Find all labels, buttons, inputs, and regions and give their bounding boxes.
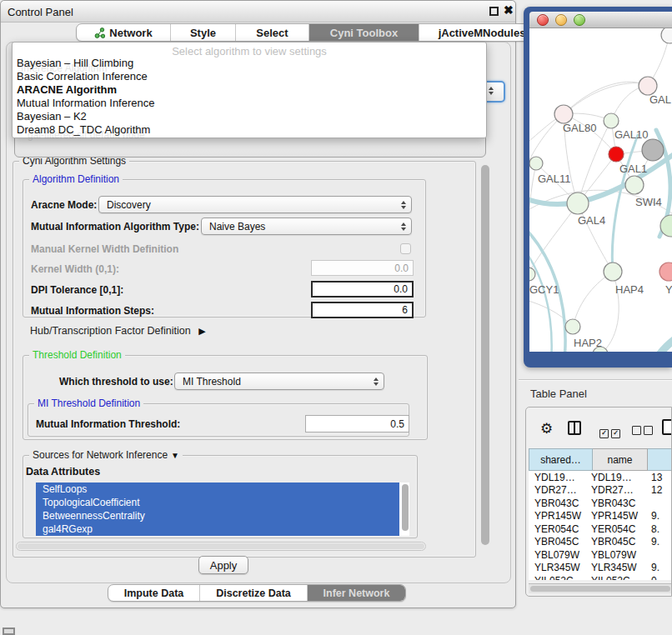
table-row[interactable]: YLR345W YLR345W 9.: [529, 562, 672, 575]
dpi-tolerance-field[interactable]: 0.0: [311, 281, 414, 298]
algorithm-option[interactable]: Dream8 DC_TDC Algorithm: [17, 123, 467, 137]
algorithm-option-selected[interactable]: ARACNE Algorithm: [17, 83, 467, 97]
table-row[interactable]: YIL052C YIL052C 0.: [529, 574, 672, 580]
network-node[interactable]: [642, 139, 664, 161]
node-label: GAL1: [619, 162, 647, 175]
network-view-window[interactable]: GAL GAL80 GAL10 GAL1 GAL11 SWI4 GAL4 GCY…: [524, 7, 672, 368]
network-node[interactable]: [604, 113, 619, 128]
zoom-traffic-light-icon[interactable]: [574, 14, 585, 26]
algorithm-option[interactable]: Mutual Information Inference: [17, 97, 467, 110]
float-window-icon[interactable]: [489, 7, 499, 16]
mi-steps-field[interactable]: 6: [311, 302, 414, 318]
hub-definition-expander[interactable]: Hub/Transcription Factor Definition ▶: [30, 325, 206, 337]
node-label: GAL11: [538, 172, 571, 185]
network-node-labels: GAL GAL80 GAL10 GAL1 GAL11 SWI4 GAL4 GCY…: [529, 93, 672, 349]
mi-threshold-label: Mutual Information Threshold:: [36, 418, 180, 430]
table-row[interactable]: YPR145W YPR145W 9.: [529, 510, 672, 523]
cell: YBR045C: [589, 536, 644, 548]
close-traffic-light-icon[interactable]: [537, 14, 549, 26]
tab-impute-data[interactable]: Impute Data: [108, 585, 200, 601]
list-vertical-scrollbar[interactable]: [402, 484, 409, 531]
data-attributes-label: Data Attributes: [26, 466, 100, 478]
cell: YDR27…: [589, 484, 644, 496]
close-icon[interactable]: ✖: [504, 3, 514, 17]
select-all-checkboxes-icon[interactable]: ✓✓: [599, 423, 620, 438]
network-node[interactable]: [661, 28, 672, 43]
cell: YDL19…: [589, 472, 644, 483]
network-node[interactable]: [529, 268, 535, 281]
table-header-row: shared… name: [529, 448, 672, 471]
tab-label: Infer Network: [323, 588, 390, 599]
network-node[interactable]: [625, 176, 644, 194]
which-threshold-label: Which threshold to use:: [59, 376, 173, 388]
attribute-item-selected[interactable]: TopologicalCoefficient: [36, 496, 399, 509]
tab-infer-network[interactable]: Infer Network: [308, 585, 405, 601]
node-label: GAL80: [563, 122, 596, 134]
apply-button[interactable]: Apply: [198, 556, 248, 574]
settings-vertical-scrollbar[interactable]: [481, 165, 489, 545]
table-panel-window: ⚙ ✓✓ shared… name YDL19… YDL19… 13 YDR27…: [525, 407, 672, 597]
collapse-down-icon[interactable]: ▼: [171, 451, 179, 460]
cell: YDR27…: [529, 484, 589, 496]
data-attributes-list: SelfLoops TopologicalCoefficient Between…: [36, 482, 409, 536]
network-node[interactable]: [567, 192, 589, 214]
tab-discretize-data[interactable]: Discretize Data: [200, 585, 308, 601]
node-label: GCY1: [529, 283, 559, 296]
table-row[interactable]: YBR045C YBR045C 9.: [529, 536, 672, 549]
table-row[interactable]: YER054C YER054C 8.: [529, 522, 672, 536]
mi-threshold-field[interactable]: 0.5: [305, 415, 409, 432]
which-threshold-combobox[interactable]: MI Threshold: [174, 372, 384, 390]
algorithm-option[interactable]: Bayesian – K2: [17, 110, 467, 123]
table-row[interactable]: YDR27… YDR27… 12: [529, 484, 672, 498]
column-header-name[interactable]: name: [593, 448, 648, 471]
mi-steps-label: Mutual Information Steps:: [31, 305, 154, 317]
node-label: SWI4: [635, 196, 662, 208]
dpi-tolerance-label: DPI Tolerance [0,1]:: [31, 284, 123, 296]
table-row[interactable]: YDL19… YDL19… 13: [529, 471, 672, 484]
network-node[interactable]: [554, 105, 573, 123]
expand-right-icon: ▶: [198, 326, 205, 337]
tab-style[interactable]: Style: [171, 24, 236, 41]
minimize-traffic-light-icon[interactable]: [555, 14, 567, 26]
column-header-shared[interactable]: shared…: [529, 448, 593, 471]
network-node[interactable]: [659, 262, 672, 281]
aracne-mode-combobox[interactable]: Discovery: [98, 196, 412, 213]
network-node[interactable]: [604, 262, 622, 281]
network-canvas[interactable]: GAL GAL80 GAL10 GAL1 GAL11 SWI4 GAL4 GCY…: [529, 28, 672, 352]
network-node-selected[interactable]: [609, 147, 624, 162]
spinner-arrows-icon: [401, 222, 411, 231]
network-node[interactable]: [639, 77, 657, 95]
table-horizontal-scrollbar[interactable]: [529, 583, 672, 593]
algorithm-dropdown-list: Select algorithm to view settings Infere…: [12, 42, 487, 138]
cell: 0.: [644, 575, 672, 580]
kernel-width-field[interactable]: 0.0: [311, 260, 414, 276]
cell: YBR045C: [529, 536, 589, 548]
node-label: Y: [665, 283, 672, 296]
node-label: GAL: [649, 93, 671, 106]
algorithm-option[interactable]: Bayesian – Hill Climbing: [17, 57, 467, 70]
table-row[interactable]: YBL079W YBL079W: [529, 548, 672, 562]
attribute-item-selected[interactable]: SelfLoops: [36, 482, 399, 496]
tab-network[interactable]: Network: [77, 24, 171, 41]
attribute-item-selected[interactable]: BetweennessCentrality: [36, 509, 399, 522]
tab-label: Style: [190, 27, 216, 39]
deselect-all-checkboxes-icon[interactable]: [632, 423, 653, 438]
attribute-item-selected[interactable]: gal4RGexp: [36, 522, 399, 536]
algorithm-option[interactable]: Basic Correlation Inference: [17, 70, 467, 83]
combo-value: Discovery: [107, 199, 151, 211]
gear-icon[interactable]: ⚙: [540, 422, 553, 436]
field-value: 0.0: [394, 262, 409, 274]
table-row[interactable]: YBR043C YBR043C: [529, 497, 672, 510]
manual-kernel-checkbox[interactable]: [400, 243, 411, 254]
mi-algorithm-type-combobox[interactable]: Naive Bayes: [201, 218, 412, 235]
columns-icon[interactable]: [568, 421, 581, 435]
column-header-cut[interactable]: [648, 448, 672, 471]
network-node[interactable]: [565, 319, 580, 334]
network-edges-thick: [529, 130, 672, 352]
document-icon[interactable]: [662, 419, 672, 435]
network-node[interactable]: [529, 157, 543, 170]
tab-select[interactable]: Select: [236, 24, 309, 41]
horizontal-scrollbar[interactable]: [16, 542, 426, 551]
partial-icon[interactable]: [3, 628, 15, 635]
tab-cyni-toolbox[interactable]: Cyni Toolbox: [309, 24, 419, 41]
